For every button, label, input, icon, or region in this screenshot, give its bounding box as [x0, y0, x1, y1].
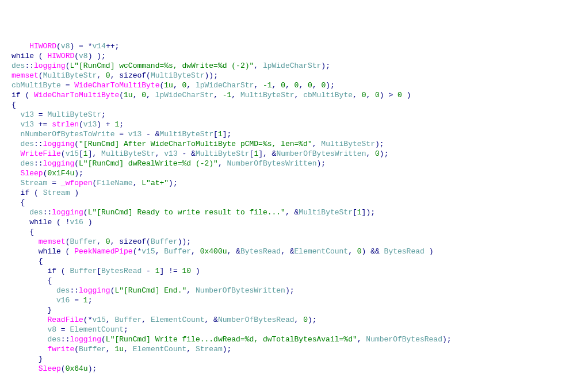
code-token: , &	[205, 316, 218, 324]
code-line[interactable]: if ( WideCharToMultiByte(1u, 0, lpWideCh…	[12, 90, 585, 100]
code-token: );	[223, 345, 232, 353]
code-token: );	[442, 335, 452, 344]
code-token: BytesRead	[384, 247, 425, 256]
code-token: 0x1F4u	[47, 169, 74, 178]
code-token: MultiByteStr	[101, 149, 155, 158]
code-line[interactable]: while ( !v16 )	[12, 217, 585, 227]
code-token: MultiByteStr	[151, 71, 205, 80]
code-line[interactable]: des::logging(L"[RunCmd] Ready to write r…	[12, 207, 585, 217]
code-token: lpWideCharStr	[196, 81, 254, 90]
code-line[interactable]: if ( Stream )	[12, 188, 585, 198]
code-line[interactable]: memset(Buffer, 0, sizeof(Buffer));	[12, 237, 585, 247]
code-line[interactable]: Stream = _wfopen(FileName, L"at+");	[12, 178, 585, 188]
code-token: Buffer	[114, 316, 142, 324]
code-token: (*	[133, 247, 142, 256]
code-token: ,	[213, 91, 223, 99]
code-token: 1	[155, 267, 160, 275]
code-token: =	[34, 110, 47, 119]
code-token: logging	[52, 208, 83, 217]
code-line[interactable]: memset(MultiByteStr, 0, sizeof(MultiByte…	[12, 71, 585, 80]
code-line[interactable]: {	[12, 256, 585, 266]
code-line[interactable]: ReadFile(*v15, Buffer, ElementCount, &Nu…	[12, 315, 585, 325]
code-token: cbMultiByte	[12, 81, 61, 90]
code-token: des	[12, 62, 25, 70]
code-token: 1	[357, 208, 362, 217]
code-token: ,	[186, 81, 196, 90]
code-token: logging	[70, 335, 101, 344]
code-token: ReadFile	[47, 316, 83, 324]
code-token: ,	[272, 81, 281, 90]
code-line[interactable]: WriteFile(v15[1], MultiByteStr, v13 - &M…	[12, 149, 585, 159]
code-line[interactable]: v16 = 1;	[12, 295, 585, 305]
code-token: 1u	[124, 91, 133, 99]
code-token: 1u	[114, 345, 124, 353]
code-token: );	[321, 62, 330, 70]
code-token: ElementCount	[295, 247, 349, 256]
code-line[interactable]: v13 = MultiByteStr;	[12, 110, 585, 120]
code-token: (*	[83, 316, 93, 324]
code-token: {	[47, 276, 52, 285]
code-token: ::	[61, 335, 70, 344]
code-line[interactable]: des::logging(L"[RunCmd] End.", NumberOfB…	[12, 286, 585, 295]
code-token: v16	[56, 296, 70, 305]
code-token: ));	[178, 237, 191, 246]
code-token: MultiByteStr	[47, 110, 101, 119]
code-token: 1	[83, 149, 88, 158]
code-line[interactable]: Sleep(0x64u);	[12, 364, 585, 374]
code-line[interactable]: des::logging(L"[RunCmd] wcCommand=%s, dw…	[12, 61, 585, 71]
code-token: L"[RunCmd] Ready to write result to file…	[88, 208, 285, 217]
code-token: MultiByteStr	[240, 91, 295, 99]
code-token: ,	[254, 62, 263, 70]
code-token: 0	[357, 247, 362, 256]
code-token: );	[285, 286, 295, 295]
code-line[interactable]: }	[12, 305, 585, 315]
code-line[interactable]: {	[12, 227, 585, 237]
code-token: ,	[295, 91, 304, 99]
code-token: ;	[119, 120, 124, 129]
code-token: NumberOfBytesWritten	[276, 149, 366, 158]
code-line[interactable]: cbMultiByte = WideCharToMultiByte(1u, 0,…	[12, 80, 585, 90]
code-line[interactable]: des::logging("[RunCmd] After WideCharToM…	[12, 139, 585, 149]
code-token: FileName	[97, 179, 132, 187]
code-token: des	[21, 140, 34, 148]
code-token: ,	[299, 81, 308, 90]
code-token: BytesRead	[240, 247, 281, 256]
code-token: NumberOfBytesWritten	[227, 159, 317, 168]
code-line[interactable]: if ( Buffer[BytesRead - 1] != 10 )	[12, 266, 585, 276]
code-token: _wfopen	[61, 179, 93, 187]
code-line[interactable]: {	[12, 100, 585, 110]
code-listing[interactable]: HIWORD(v8) = *v14++;while ( HIWORD(v8) )…	[12, 41, 585, 374]
code-line[interactable]: {	[12, 198, 585, 207]
code-line[interactable]: v13 += strlen(v13) + 1;	[12, 120, 585, 129]
code-token: memset	[39, 237, 66, 246]
code-token: L"[RunCmd] End."	[114, 286, 186, 295]
code-token: MultiByteStr	[299, 208, 353, 217]
code-token: ) );	[88, 52, 106, 60]
code-token: "[RunCmd] After WideCharToMultiByte pCMD…	[79, 140, 312, 148]
code-token: des	[21, 159, 34, 168]
code-token: Buffer	[70, 237, 97, 246]
code-line[interactable]: while ( HIWORD(v8) );	[12, 51, 585, 61]
code-line[interactable]: HIWORD(v8) = *v14++;	[12, 41, 585, 51]
code-token: strlen	[52, 120, 79, 129]
code-token: 0	[281, 81, 285, 90]
code-line[interactable]: nNumberOfBytesToWrite = v13 - &MultiByte…	[12, 129, 585, 139]
code-token: cbMultiByte	[303, 91, 353, 99]
code-token: ,	[186, 286, 196, 295]
code-token: MultiByteStr	[43, 71, 97, 80]
code-token: v8	[47, 325, 56, 334]
code-token: }	[39, 355, 43, 363]
code-token: -1	[223, 91, 232, 99]
code-token: Buffer	[151, 237, 178, 246]
code-line[interactable]: des::logging(L"[RunCmd] dwRealWrite=%d (…	[12, 159, 585, 168]
code-line[interactable]: des::logging(L"[RunCmd] Write file...dwR…	[12, 335, 585, 344]
code-line[interactable]: while ( PeekNamedPipe(*v15, Buffer, 0x40…	[12, 247, 585, 256]
code-line[interactable]: fwrite(Buffer, 1u, ElementCount, Stream)…	[12, 344, 585, 354]
code-line[interactable]: v8 = ElementCount;	[12, 325, 585, 335]
code-line[interactable]: }	[12, 354, 585, 364]
code-line[interactable]: {	[12, 276, 585, 286]
code-token: ,	[97, 237, 106, 246]
code-token: HIWORD	[29, 42, 56, 51]
code-line[interactable]: Sleep(0x1F4u);	[12, 168, 585, 178]
code-token: fwrite	[47, 345, 74, 353]
